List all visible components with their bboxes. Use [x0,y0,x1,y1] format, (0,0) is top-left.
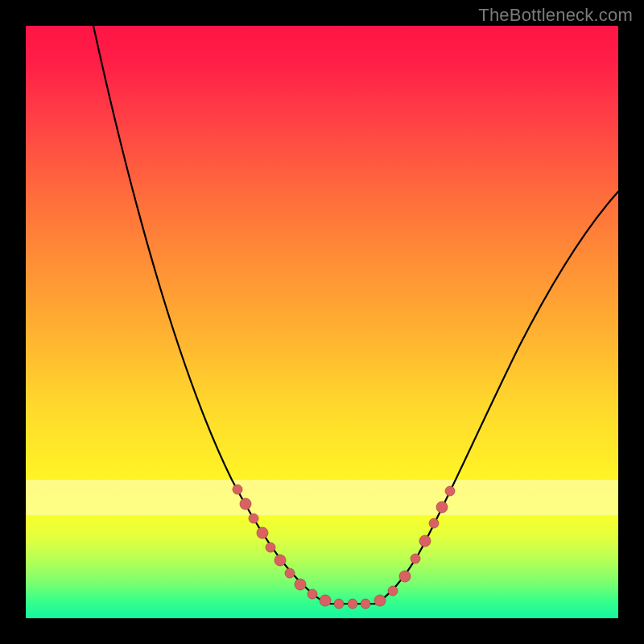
chart-frame: TheBottleneck.com [0,0,644,644]
marker-point [275,555,286,566]
chart-svg [26,26,618,618]
marker-point [411,554,420,564]
marker-point [388,586,398,596]
marker-point [419,535,431,547]
marker-point [257,527,268,539]
series-left-curve [93,26,328,604]
marker-point [436,502,448,513]
curve-series [93,26,618,604]
marker-point [295,579,306,590]
marker-point [233,485,242,494]
marker-point [308,589,317,599]
marker-point [348,599,357,609]
marker-point [429,518,439,528]
marker-point [361,599,370,609]
marker-point [399,571,411,582]
marker-point [334,599,344,609]
marker-series [233,485,455,609]
plot-area [26,26,618,618]
watermark-label: TheBottleneck.com [478,5,633,26]
marker-point [320,595,331,606]
marker-point [266,543,275,552]
marker-point [285,568,295,578]
marker-point [374,595,386,606]
series-right-curve [377,192,618,604]
marker-point [240,498,251,510]
marker-point [445,486,455,496]
marker-point [249,514,258,523]
